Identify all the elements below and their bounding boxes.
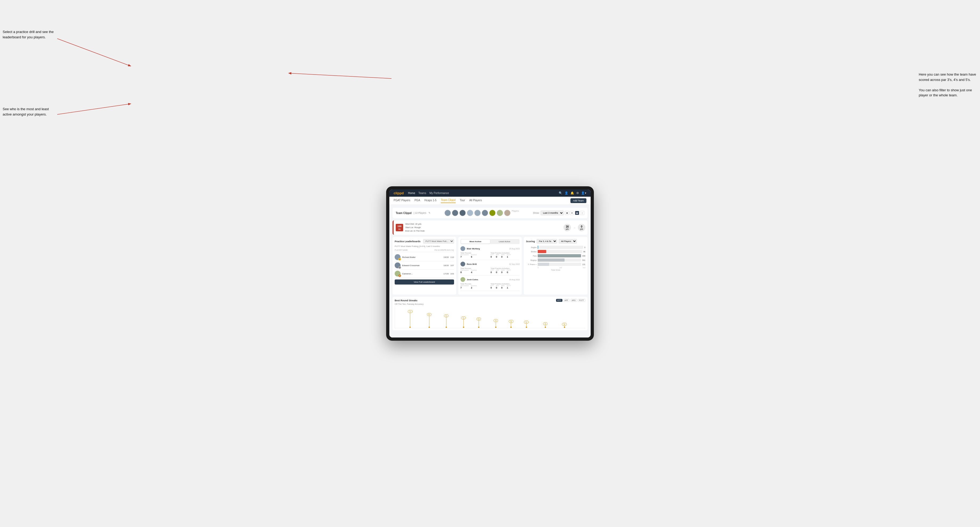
streak-pin-2: 6x (427, 313, 431, 328)
view-table-icon[interactable]: ⋮ (580, 211, 584, 215)
streak-pin-10: 3x (562, 323, 567, 328)
streaks-subtitle: Off The Tee, Fairway Accuracy (395, 303, 585, 305)
rank-badge-silver: 2 (398, 266, 401, 269)
activity-panel: Most Active Least Active Blair McHarg 26… (458, 237, 522, 295)
scoring-par-filter[interactable]: Par 3, 4 & 5s Par 3 Par 4 Par 5 (536, 239, 557, 243)
edit-team-icon[interactable]: ✎ (428, 211, 431, 214)
svg-line-0 (57, 39, 130, 66)
subnav-tour[interactable]: Tour (460, 199, 465, 203)
svg-line-1 (57, 104, 130, 114)
user-avatar-icon[interactable]: 👤▾ (581, 191, 586, 195)
bar-eagles: Eagles 3 (526, 246, 585, 249)
shot-yds: 16 yds → 0 yds (563, 224, 585, 231)
view-list-icon[interactable]: ≡ (570, 211, 574, 215)
annotation-top-left: Select a practice drill and see the lead… (3, 29, 56, 40)
shot-badge: 198 SQ (396, 224, 403, 231)
avatar-4[interactable] (467, 210, 473, 216)
drill-select[interactable]: PUTT Must Make Putt... (423, 239, 454, 243)
filter-putt[interactable]: PUTT (578, 299, 585, 302)
tab-least-active[interactable]: Least Active (490, 240, 519, 243)
tablet-device: clippd Home Teams My Performance 🔍 👤 🔔 ⚙… (386, 186, 594, 341)
avatar-5[interactable] (474, 210, 481, 216)
rank-badge-bronze: 3 (398, 275, 401, 277)
scoring-player-filter[interactable]: All Players (559, 239, 577, 243)
subnav: PGAT Players PGA Hcaps 1-5 Team Clippd T… (389, 197, 591, 205)
view-grid-icon[interactable]: ⊞ (565, 211, 569, 215)
team-header: Team Clippd | 14 Players ✎ Players (393, 208, 587, 218)
table-row: 2 Edward Crossman 18/20 107 (395, 261, 454, 270)
tab-most-active[interactable]: Most Active (461, 240, 490, 243)
avatar-2[interactable] (452, 210, 458, 216)
view-toggles: ⊞ ≡ ▦ ⋮ (565, 211, 584, 215)
player-avatar-3: 3 (395, 271, 401, 276)
avatar-6[interactable] (482, 210, 488, 216)
filter-arg[interactable]: ARG (570, 299, 577, 302)
avatar-8[interactable] (497, 210, 503, 216)
activity-date-2: 02 Sep 2023 (509, 263, 520, 265)
activity-stats-3: Total Rounds Tournament 7 Practice 2 (460, 283, 520, 289)
filter-ott[interactable]: OTT (556, 299, 562, 302)
players-label: Players (512, 210, 519, 216)
nav-icons: 🔍 👤 🔔 ⚙ 👤▾ (559, 191, 586, 195)
settings-icon[interactable]: ⚙ (576, 191, 579, 195)
streaks-header: Best Round Streaks OTT APP ARG PUTT (395, 299, 585, 302)
arrow-connector: → (573, 224, 576, 231)
add-team-button[interactable]: Add Team (570, 198, 586, 203)
streak-pin-5: 5x (476, 317, 481, 328)
avatar-1[interactable] (444, 210, 451, 216)
bell-icon[interactable]: 🔔 (570, 191, 574, 195)
practice-activities-group: Total Practice Activities OTT 0 APP 0 (490, 252, 520, 258)
player-name-1: Richard Butler (402, 256, 442, 259)
activity-player-3: Josh Coles 26 Aug 2023 Total Rounds Tour… (460, 277, 520, 291)
table-row: 1 Richard Butler 19/20 110 (395, 253, 454, 261)
people-icon[interactable]: 👤 (565, 191, 568, 195)
avatar-9[interactable] (504, 210, 511, 216)
activity-player-2: Rees Britt 02 Sep 2023 Total Rounds Tour… (460, 262, 520, 275)
view-full-leaderboard-button[interactable]: View Full Leaderboard (395, 279, 454, 284)
annotation-bottom-left: See who is the most and least active amo… (3, 106, 56, 117)
streaks-filters: OTT APP ARG PUTT (556, 299, 585, 302)
avatar-7[interactable] (489, 210, 496, 216)
streaks-title: Best Round Streaks (395, 299, 418, 302)
chart-x-axis: 0 200 400 (526, 267, 585, 268)
total-rounds-group: Total Rounds Tournament 7 Practice 6 (460, 252, 490, 258)
team-avatars: Players (433, 210, 531, 216)
rank-badge-gold: 1 (398, 258, 401, 260)
app-logo: clippd (394, 191, 404, 195)
activity-name-2: Rees Britt (467, 263, 508, 265)
three-col-section: Practice Leaderboards PUTT Must Make Put… (393, 237, 587, 295)
streak-pin-7: 4x (509, 320, 513, 328)
streak-pin-1: 7x (408, 310, 412, 328)
yds-box-2: 0 yds (578, 224, 585, 231)
activity-stats-2: Total Rounds Tournament 8 Practice 4 (460, 268, 520, 274)
view-card-icon[interactable]: ▦ (575, 211, 579, 215)
nav-teams[interactable]: Teams (418, 192, 426, 195)
show-period-select[interactable]: Last 3 months Last month Last week (541, 211, 564, 215)
annotation-right: Here you can see how the team have score… (919, 72, 977, 98)
nav-home[interactable]: Home (408, 192, 415, 195)
player-avatar-2: 2 (395, 262, 401, 268)
shot-details: Shot Dist: 16 yds Start Lie: Rough End L… (405, 222, 425, 233)
leaderboard-subtitle: PUTT Must Make Putting (3-6 ft), Last 3 … (395, 245, 454, 248)
subnav-hcaps[interactable]: Hcaps 1-5 (425, 199, 437, 203)
leaderboard-col-headers: PLAYER NAME PB SCORE PB AVG SQ (395, 249, 454, 252)
subnav-all-players[interactable]: All Players (469, 199, 482, 203)
scoring-header: Scoring Par 3, 4 & 5s Par 3 Par 4 Par 5 … (526, 239, 585, 243)
nav-links: Home Teams My Performance (408, 192, 554, 195)
search-icon[interactable]: 🔍 (559, 191, 562, 195)
activity-name-1: Blair McHarg (467, 248, 508, 250)
leaderboard-panel: Practice Leaderboards PUTT Must Make Put… (393, 237, 456, 295)
avatar-3[interactable] (460, 210, 466, 216)
activity-avatar-2 (460, 262, 465, 267)
activity-player-1: Blair McHarg 26 Aug 2023 Total Rounds To… (460, 246, 520, 260)
streak-pin-6: 4x (493, 319, 498, 328)
show-controls: Show: Last 3 months Last month Last week… (533, 211, 584, 215)
subnav-pgat[interactable]: PGAT Players (394, 199, 410, 203)
subnav-pga[interactable]: PGA (414, 199, 420, 203)
streaks-panel: Best Round Streaks OTT APP ARG PUTT Off … (393, 297, 587, 330)
filter-app[interactable]: APP (563, 299, 570, 302)
chart-x-label: Total Shots (526, 269, 585, 271)
player-score-2: 18/20 (444, 264, 449, 267)
subnav-team-clippd[interactable]: Team Clippd (441, 198, 456, 203)
nav-my-performance[interactable]: My Performance (429, 192, 449, 195)
